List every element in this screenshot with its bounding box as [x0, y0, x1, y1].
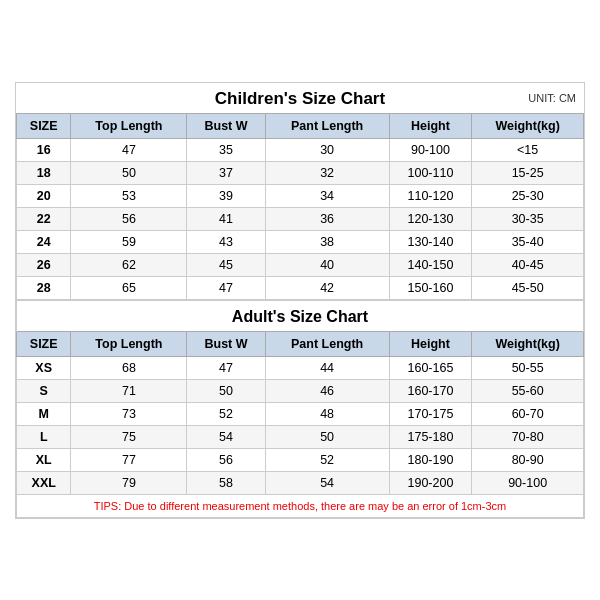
table-row: 1647353090-100<15 — [17, 138, 584, 161]
children-title: Children's Size Chart — [26, 89, 574, 109]
col-top-length: Top Length — [71, 113, 187, 138]
table-row: XS684744160-16550-55 — [17, 356, 584, 379]
col-height: Height — [389, 113, 472, 138]
table-row: M735248170-17560-70 — [17, 402, 584, 425]
table-row: S715046160-17055-60 — [17, 379, 584, 402]
adults-section-title-row: Adult's Size Chart — [17, 300, 584, 332]
col-size: SIZE — [17, 113, 71, 138]
title-row: Children's Size Chart UNIT: CM — [16, 83, 584, 113]
children-table: SIZE Top Length Bust W Pant Length Heigh… — [16, 113, 584, 518]
table-row: 20533934110-12025-30 — [17, 184, 584, 207]
unit-label: UNIT: CM — [528, 92, 576, 104]
adults-title: Adult's Size Chart — [17, 300, 584, 332]
col-weight: Weight(kg) — [472, 113, 584, 138]
table-row: 18503732100-11015-25 — [17, 161, 584, 184]
col-pant-length: Pant Length — [265, 113, 389, 138]
children-header-row: SIZE Top Length Bust W Pant Length Heigh… — [17, 113, 584, 138]
table-row: 24594338130-14035-40 — [17, 230, 584, 253]
size-chart-container: Children's Size Chart UNIT: CM SIZE Top … — [15, 82, 585, 519]
table-row: XL775652180-19080-90 — [17, 448, 584, 471]
table-row: 26624540140-15040-45 — [17, 253, 584, 276]
tips-row: TIPS: Due to different measurement metho… — [17, 494, 584, 517]
table-row: L755450175-18070-80 — [17, 425, 584, 448]
col-bust-w: Bust W — [187, 113, 265, 138]
table-row: 22564136120-13030-35 — [17, 207, 584, 230]
table-row: 28654742150-16045-50 — [17, 276, 584, 300]
table-row: XXL795854190-20090-100 — [17, 471, 584, 494]
adults-header-row: SIZETop LengthBust WPant LengthHeightWei… — [17, 331, 584, 356]
tips-text: TIPS: Due to different measurement metho… — [17, 494, 584, 517]
